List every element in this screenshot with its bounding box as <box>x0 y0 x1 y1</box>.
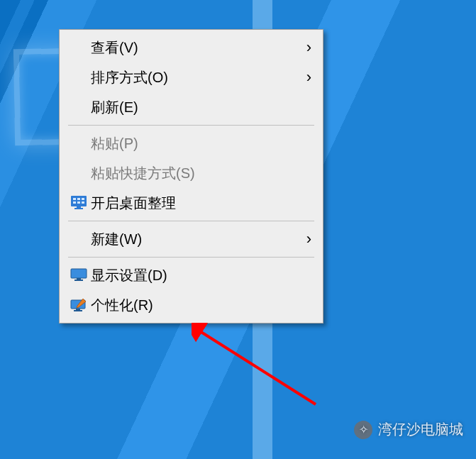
menu-item-label: 新建(W) <box>91 230 299 249</box>
monitor-icon <box>67 268 91 282</box>
grid-icon <box>71 196 87 210</box>
svg-rect-4 <box>73 201 76 204</box>
menu-paste: 粘贴(P) <box>60 128 323 158</box>
svg-rect-9 <box>71 269 87 278</box>
menu-refresh[interactable]: 刷新(E) <box>60 92 323 122</box>
grid-icon <box>67 196 91 210</box>
svg-rect-3 <box>82 198 84 200</box>
menu-item-label: 粘贴快捷方式(S) <box>91 164 299 183</box>
menu-item-label: 刷新(E) <box>91 98 299 117</box>
watermark-icon: ✧ <box>354 421 372 439</box>
brush-icon <box>67 298 91 312</box>
svg-rect-13 <box>76 309 80 310</box>
svg-rect-11 <box>74 280 83 281</box>
menu-item-label: 粘贴(P) <box>91 134 299 153</box>
menu-separator <box>68 257 314 258</box>
menu-personalize[interactable]: 个性化(R) <box>60 290 323 320</box>
svg-rect-6 <box>82 201 84 204</box>
svg-rect-10 <box>77 278 81 280</box>
svg-rect-7 <box>77 206 81 208</box>
menu-view[interactable]: 查看(V)› <box>60 33 323 62</box>
chevron-right-icon: › <box>299 38 311 57</box>
menu-item-label: 开启桌面整理 <box>91 194 299 213</box>
svg-rect-5 <box>77 201 80 204</box>
chevron-right-icon: › <box>299 230 311 248</box>
svg-rect-8 <box>74 208 83 209</box>
monitor-icon <box>70 268 87 282</box>
svg-rect-0 <box>71 196 87 206</box>
menu-separator <box>68 221 314 221</box>
chevron-right-icon: › <box>299 68 311 87</box>
menu-separator <box>68 125 314 126</box>
brush-icon <box>70 298 87 312</box>
menu-item-label: 查看(V) <box>91 38 299 57</box>
menu-display-settings[interactable]: 显示设置(D) <box>60 260 323 290</box>
menu-desktop-organizer[interactable]: 开启桌面整理 <box>60 188 323 218</box>
menu-item-label: 个性化(R) <box>91 296 299 315</box>
menu-item-label: 显示设置(D) <box>91 266 299 285</box>
menu-item-label: 排序方式(O) <box>91 68 299 87</box>
svg-rect-1 <box>73 198 76 200</box>
watermark-text: 湾仔沙电脑城 <box>378 420 463 439</box>
svg-rect-14 <box>74 310 82 311</box>
menu-sort-by[interactable]: 排序方式(O)› <box>60 62 323 92</box>
menu-new[interactable]: 新建(W)› <box>60 224 323 254</box>
desktop-context-menu: 查看(V)›排序方式(O)›刷新(E)粘贴(P)粘贴快捷方式(S)开启桌面整理新… <box>59 29 323 323</box>
menu-paste-shortcut: 粘贴快捷方式(S) <box>60 158 323 188</box>
watermark: ✧ 湾仔沙电脑城 <box>354 420 463 439</box>
svg-rect-2 <box>77 198 80 200</box>
